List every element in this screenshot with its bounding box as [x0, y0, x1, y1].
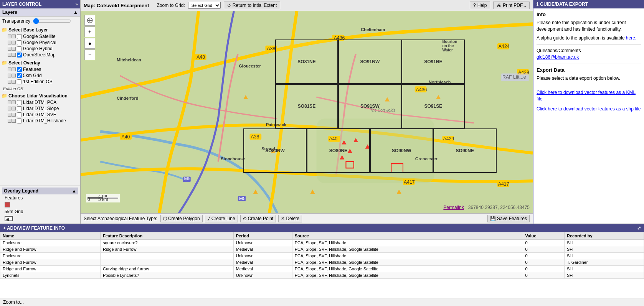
- 5km-grid-checkbox[interactable]: [17, 73, 22, 78]
- layers-tab-arrow[interactable]: ▲: [73, 10, 78, 15]
- cell-value: 0: [523, 259, 564, 266]
- help-label: Help: [477, 3, 487, 8]
- permalink-link[interactable]: Permalink: [443, 205, 464, 210]
- grid-cell-SO80NE[interactable]: SO80NE: [307, 128, 370, 173]
- lidar-dtm-hillshade[interactable]: Lidar:DTM_Hillshade: [2, 118, 79, 124]
- delete-icon: ✕: [281, 216, 285, 221]
- right-panel-content: Info Please note this application is und…: [533, 8, 644, 224]
- 1st-edition-os-checkbox[interactable]: [17, 79, 22, 84]
- features-checkbox[interactable]: [17, 67, 22, 72]
- zoom-row[interactable]: Zoom to...: [0, 298, 644, 306]
- lidar-dtm-svf[interactable]: Lidar:DTM_SVF: [2, 112, 79, 118]
- table-row[interactable]: Ridge and Furrow Curving ridge and furro…: [0, 266, 644, 272]
- svg-text:A417: A417: [498, 181, 509, 187]
- google-hybrid-label: Google Hybrid: [23, 46, 53, 51]
- table-row[interactable]: Enclosure square enclosure? Unknown PCA,…: [0, 240, 644, 246]
- col-name: Name: [0, 232, 101, 240]
- base-layer-group-header[interactable]: 📁 Select Base Layer: [2, 26, 79, 33]
- overlay-folder-icon: 📁: [2, 60, 7, 66]
- grid-cell-SO90NE[interactable]: SO90NE: [433, 128, 497, 173]
- cell-name: Enclosure: [0, 253, 101, 259]
- layer-control-title: LAYER CONTROL: [2, 2, 41, 7]
- bottom-table-wrap[interactable]: Name Feature Description Period Source V…: [0, 232, 644, 298]
- cell-source: PCA, Slope, SVF, Hillshade, Google Satel…: [292, 272, 523, 279]
- layer-google-hybrid[interactable]: Google Hybrid: [2, 46, 79, 52]
- svg-text:M5: M5: [184, 175, 190, 181]
- overlay-features[interactable]: Features: [2, 66, 79, 72]
- email-link[interactable]: gld186@bham.ac.uk: [537, 54, 579, 60]
- collapse-arrows[interactable]: »: [75, 2, 78, 7]
- google-satellite-checkbox[interactable]: [17, 34, 22, 39]
- grid-cell-SO91SE[interactable]: SO91SE: [401, 84, 465, 128]
- grid-cell-SO91NE[interactable]: SO91NE: [401, 39, 465, 84]
- kml-download-link[interactable]: Click here to download vector features a…: [537, 89, 641, 102]
- lidar-dtm-pca[interactable]: Lidar:DTM_PCA: [2, 99, 79, 105]
- overlay-group-header[interactable]: 📁 Select Overlay: [2, 59, 79, 66]
- lidar-svf-checkbox[interactable]: [17, 112, 22, 117]
- lidar-hillshade-checkbox[interactable]: [17, 118, 22, 123]
- legend-features-swatch: [2, 201, 78, 208]
- overlay-legend-arrow[interactable]: ▲: [72, 188, 76, 194]
- shp-download-link[interactable]: Click here to download vector features a…: [537, 106, 641, 112]
- print-button[interactable]: 🖨 Print PDF...: [493, 2, 530, 9]
- cell-description: [100, 253, 233, 259]
- table-row[interactable]: Ridge and Furrow Medieval PCA, Slope, SV…: [0, 259, 644, 266]
- cell-value: 0: [523, 246, 564, 253]
- cell-recorded-by: T. Gardiner: [565, 259, 644, 266]
- base-layer-group: 📁 Select Base Layer Google Satellite Goo…: [0, 26, 80, 59]
- cell-description: Possible Lynchets?: [100, 272, 233, 279]
- here-link[interactable]: here.: [626, 35, 636, 41]
- grid-select[interactable]: Select Grid SO81NESO91NWSO91NESO81SESO91…: [188, 2, 221, 9]
- map-container[interactable]: A48 A38 A436 A40 A38 A40 A436 A429 M5 M5…: [81, 11, 533, 213]
- grid-cell-SO81SE[interactable]: SO81SE: [275, 84, 339, 128]
- cell-recorded-by: SH: [565, 253, 644, 259]
- pan-control[interactable]: ●: [84, 38, 95, 49]
- grid-cell-SO81NE[interactable]: SO81NE: [275, 39, 339, 84]
- lidar-dtm-slope[interactable]: Lidar:DTM_Slope: [2, 105, 79, 112]
- cell-name: Ridge and Furrow: [0, 259, 101, 266]
- lidar-group-header[interactable]: 📁 Choose Lidar Visualisation: [2, 92, 79, 99]
- svg-text:A417: A417: [404, 179, 415, 185]
- save-features-button[interactable]: 💾 Save Features: [487, 215, 530, 222]
- transparency-slider[interactable]: [33, 18, 71, 24]
- table-row[interactable]: Enclosure Unknown PCA, Slope, SVF, Hills…: [0, 253, 644, 259]
- grid-cell-SO80NW[interactable]: SO80NW: [243, 128, 307, 173]
- questions-label: Questions/Comments gld186@bham.ac.uk: [537, 48, 641, 61]
- create-point-button[interactable]: ⊙ Create Point: [240, 215, 276, 222]
- grid-cell-SO91SW[interactable]: SO91SW: [338, 84, 401, 128]
- grid-cell-SO90NW[interactable]: SO90NW: [370, 128, 433, 173]
- legend-grid-swatch: ⊞: [2, 215, 78, 222]
- coordinates-text: 367840.29387, 224056.43475: [468, 205, 530, 210]
- overlay-1st-edition-os[interactable]: 1st Edition OS: [2, 79, 79, 85]
- zoom-out-button[interactable]: −: [84, 49, 95, 60]
- expand-icon[interactable]: ⤢: [637, 225, 641, 231]
- create-polygon-button[interactable]: ⬡ Create Polygon: [160, 215, 203, 222]
- openstreetmap-checkbox[interactable]: [17, 53, 22, 58]
- overlay-5km-grid[interactable]: 5km Grid: [2, 72, 79, 79]
- lidar-slope-checkbox[interactable]: [17, 106, 22, 111]
- table-row[interactable]: Ridge and Furrow Ridge and Furrow Mediev…: [0, 246, 644, 253]
- legend-features-label: Features: [5, 195, 23, 201]
- zoom-in-button[interactable]: +: [84, 26, 95, 37]
- cell-value: 0: [523, 240, 564, 246]
- create-line-label: Create Line: [211, 216, 235, 221]
- info-text-2-span: A alpha guide to the application is aval…: [537, 35, 625, 41]
- delete-button[interactable]: ✕ Delete: [278, 215, 302, 222]
- help-button[interactable]: ? Help: [470, 2, 490, 9]
- layer-google-satellite[interactable]: Google Satellite: [2, 33, 79, 39]
- layer-openstreetmap[interactable]: OpenStreetMap: [2, 52, 79, 58]
- table-row[interactable]: Lynchets Possible Lynchets? Unknown PCA,…: [0, 272, 644, 279]
- base-layer-group-label: Select Base Layer: [8, 27, 48, 33]
- google-physical-checkbox[interactable]: [17, 40, 22, 45]
- cell-source: PCA, Slope, SVF, Hillshade, Google Satel…: [292, 266, 523, 272]
- layer-control-header: LAYER CONTROL »: [0, 0, 80, 8]
- create-line-button[interactable]: ╱ Create Line: [205, 215, 238, 222]
- compass-control[interactable]: ⊕: [84, 15, 95, 26]
- grid-cell-SO91NW[interactable]: SO91NW: [338, 39, 401, 84]
- overlay-legend: Overlay Legend ▲ Features 5km Grid ⊞: [0, 186, 80, 224]
- return-extent-button[interactable]: ↺ Return to Intial Extent: [224, 2, 280, 9]
- lidar-pca-checkbox[interactable]: [17, 100, 22, 105]
- google-hybrid-checkbox[interactable]: [17, 46, 22, 51]
- layer-google-physical[interactable]: Google Physical: [2, 39, 79, 46]
- delete-label: Delete: [286, 216, 299, 221]
